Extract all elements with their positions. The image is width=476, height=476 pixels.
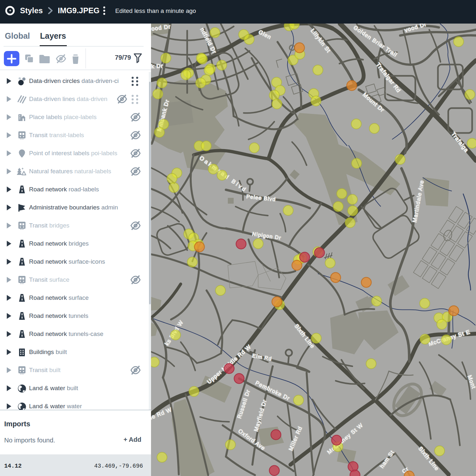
- svg-text:k Dr: k Dr: [151, 63, 163, 70]
- svg-text:IMG9.JPEG: IMG9.JPEG: [58, 6, 99, 15]
- svg-text:Styles: Styles: [20, 6, 43, 15]
- svg-text:Edited less than a minute ago: Edited less than a minute ago: [115, 7, 196, 14]
